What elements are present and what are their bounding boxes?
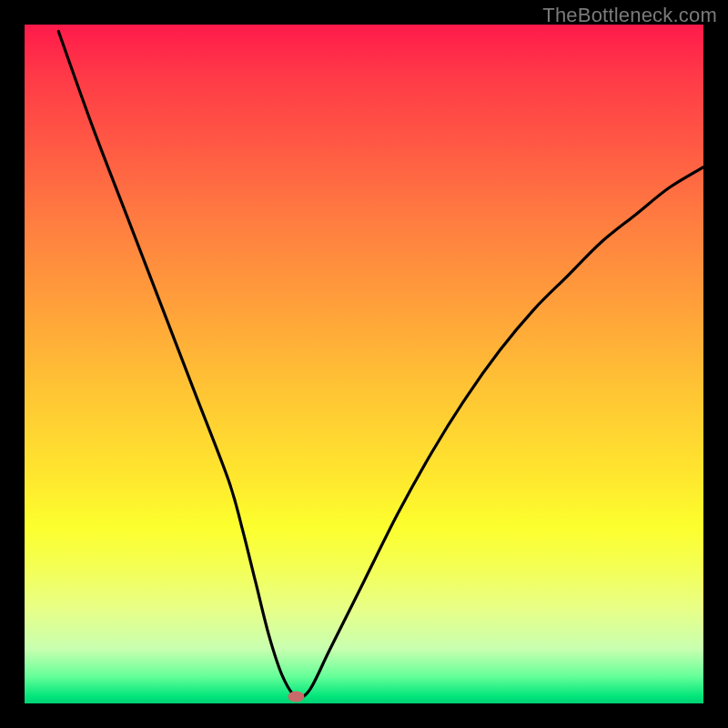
optimal-point-marker [288,692,304,703]
bottleneck-curve [58,31,703,697]
plot-area [25,25,703,703]
chart-frame: TheBottleneck.com [0,0,728,728]
watermark-text: TheBottleneck.com [542,4,717,27]
curve-svg [25,25,703,703]
